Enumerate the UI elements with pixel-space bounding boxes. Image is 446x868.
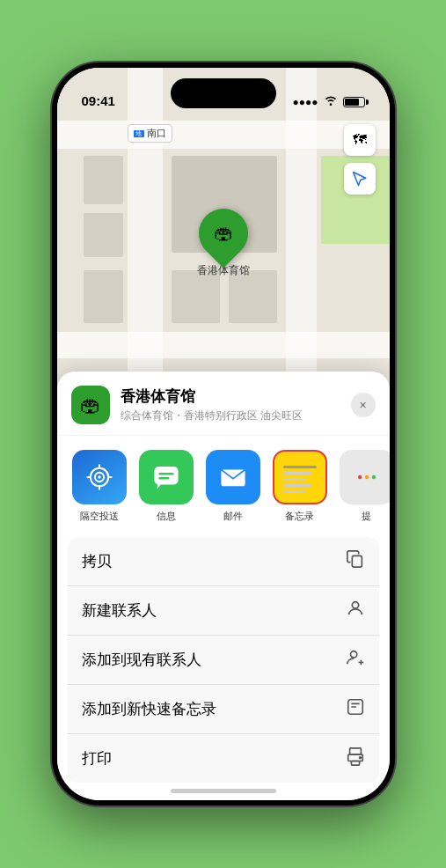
mail-label: 邮件: [223, 510, 243, 523]
share-row: 隔空投送 信息: [57, 436, 390, 530]
map-layers-button[interactable]: 🗺: [344, 124, 376, 156]
notes-line-3: [283, 478, 306, 481]
venue-label-icon: 地: [134, 130, 144, 137]
signal-icon: ●●●●: [293, 96, 318, 108]
venue-avatar: 🏟: [71, 386, 110, 424]
venue-subtitle: 综合体育馆・香港特别行政区 油尖旺区: [121, 408, 340, 423]
pin-emoji: 🏟: [214, 222, 233, 245]
action-copy[interactable]: 拷贝: [68, 537, 379, 586]
svg-point-28: [352, 602, 358, 608]
notes-icon: [273, 450, 327, 504]
status-icons: ●●●●: [293, 95, 365, 108]
pin-icon: 🏟: [188, 198, 258, 268]
action-print-label: 打印: [82, 748, 112, 769]
new-contact-icon: [346, 599, 365, 622]
notes-line-2: [283, 472, 311, 474]
phone-screen: 09:41 ●●●●: [57, 68, 390, 800]
action-print[interactable]: 打印: [68, 734, 379, 783]
svg-rect-6: [84, 213, 123, 257]
venue-label: 地 南口: [128, 124, 172, 143]
svg-rect-22: [158, 477, 169, 480]
close-button[interactable]: ×: [351, 393, 376, 417]
svg-rect-10: [172, 270, 220, 323]
add-contact-icon: [346, 648, 365, 672]
venue-name: 香港体育馆: [121, 386, 340, 407]
svg-rect-21: [158, 473, 173, 475]
action-add-existing-contact[interactable]: 添加到现有联系人: [68, 636, 379, 685]
map-pin: 🏟 香港体育馆: [197, 209, 250, 278]
wifi-icon: [324, 95, 338, 108]
action-copy-label: 拷贝: [82, 551, 112, 571]
notes-line-5: [283, 490, 306, 493]
bottom-sheet: 🏟 香港体育馆 综合体育馆・香港特别行政区 油尖旺区 ×: [57, 371, 390, 800]
messages-icon: [139, 450, 194, 504]
share-item-airdrop[interactable]: 隔空投送: [71, 450, 128, 523]
map-layers-icon: 🗺: [353, 132, 367, 148]
phone-frame: 09:41 ●●●●: [52, 63, 395, 805]
svg-rect-19: [154, 467, 178, 484]
sheet-header: 🏟 香港体育馆 综合体育馆・香港特别行政区 油尖旺区 ×: [57, 371, 390, 436]
copy-icon: [346, 549, 365, 573]
svg-point-24: [357, 475, 361, 479]
venue-label-text: 南口: [147, 127, 166, 140]
svg-rect-9: [84, 270, 123, 323]
map-location-button[interactable]: [344, 163, 376, 195]
mail-icon: [206, 450, 260, 504]
more-icon: [340, 450, 390, 504]
share-item-more[interactable]: 提: [339, 450, 390, 523]
close-icon: ×: [359, 398, 366, 412]
action-quick-note-label: 添加到新快速备忘录: [82, 699, 216, 719]
action-list: 拷贝 新建联系人: [68, 537, 379, 783]
venue-info: 香港体育馆 综合体育馆・香港特别行政区 油尖旺区: [121, 386, 340, 423]
share-item-messages[interactable]: 信息: [138, 450, 194, 523]
svg-point-25: [364, 475, 368, 479]
svg-rect-31: [349, 748, 361, 754]
svg-rect-5: [84, 156, 123, 204]
svg-point-14: [98, 475, 100, 478]
svg-point-26: [371, 475, 375, 479]
action-add-existing-label: 添加到现有联系人: [82, 650, 201, 670]
notes-lines: [278, 459, 322, 497]
svg-point-29: [350, 651, 356, 658]
action-new-contact[interactable]: 新建联系人: [68, 586, 379, 636]
action-quick-note[interactable]: 添加到新快速备忘录: [68, 685, 379, 734]
dynamic-island: [171, 78, 276, 108]
status-time: 09:41: [82, 93, 115, 108]
messages-label: 信息: [157, 510, 176, 523]
notes-line-1: [283, 466, 317, 468]
airdrop-label: 隔空投送: [80, 510, 119, 523]
notes-line-4: [283, 484, 311, 487]
svg-rect-2: [57, 332, 390, 358]
share-item-mail[interactable]: 邮件: [205, 450, 261, 523]
share-item-notes[interactable]: 备忘录: [272, 450, 328, 523]
battery-icon: [343, 97, 365, 107]
quick-note-icon: [346, 697, 365, 721]
svg-point-34: [359, 757, 361, 759]
more-label: 提: [362, 510, 371, 523]
location-arrow-icon: [352, 171, 368, 187]
home-indicator: [171, 789, 276, 793]
print-icon: [346, 747, 365, 770]
airdrop-icon: [72, 450, 127, 504]
svg-rect-27: [352, 555, 362, 567]
svg-rect-1: [57, 121, 390, 149]
action-new-contact-label: 新建联系人: [82, 600, 157, 621]
notes-label: 备忘录: [285, 510, 314, 523]
svg-rect-11: [229, 270, 277, 323]
svg-rect-33: [351, 761, 359, 766]
